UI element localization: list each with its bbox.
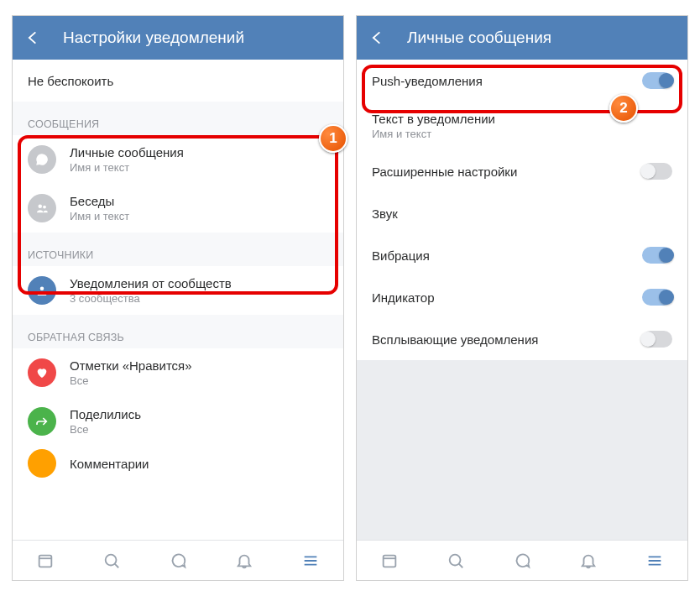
heart-icon [28, 358, 56, 387]
svg-rect-3 [39, 555, 52, 567]
section-feedback-label: ОБРАТНАЯ СВЯЗЬ [13, 315, 343, 348]
vibration-row[interactable]: Вибрация [357, 234, 687, 276]
push-label: Push-уведомления [372, 74, 642, 88]
community-icon [28, 276, 56, 305]
svg-point-4 [106, 554, 117, 565]
svg-point-6 [450, 554, 461, 565]
push-toggle[interactable] [642, 72, 672, 89]
sound-row[interactable]: Звук [357, 192, 687, 234]
do-not-disturb-label: Не беспокоить [28, 74, 328, 88]
section-sources-label: ИСТОЧНИКИ [13, 233, 343, 266]
likes-row[interactable]: Отметки «Нравится» Все [13, 348, 343, 397]
indicator-toggle[interactable] [642, 289, 672, 306]
nav-news-icon[interactable] [35, 551, 55, 571]
back-icon[interactable] [368, 29, 387, 47]
popup-row[interactable]: Всплывающие уведомления [357, 318, 687, 360]
svg-rect-5 [384, 555, 396, 567]
indicator-row[interactable]: Индикатор [357, 276, 687, 318]
shares-row[interactable]: Поделились Все [13, 397, 343, 446]
vibration-toggle[interactable] [642, 247, 672, 264]
nav-news-icon[interactable] [379, 551, 400, 571]
svg-point-2 [40, 287, 44, 291]
svg-point-0 [39, 205, 43, 209]
empty-area [357, 360, 687, 540]
shares-label: Поделились [70, 407, 328, 421]
popup-label: Всплывающие уведомления [372, 332, 642, 347]
comments-row[interactable]: Комментарии [13, 446, 343, 478]
step-badge-1: 1 [319, 124, 347, 153]
screen-notification-settings: Настройки уведомлений Не беспокоить СООБ… [12, 15, 344, 581]
sound-label: Звук [372, 207, 672, 221]
step-badge-2: 2 [609, 94, 638, 123]
vibration-label: Вибрация [372, 248, 642, 263]
likes-label: Отметки «Нравится» [70, 358, 328, 373]
header: Личные сообщения [357, 16, 687, 60]
share-icon [28, 407, 56, 436]
nav-menu-icon[interactable] [300, 551, 321, 571]
settings-list: Не беспокоить СООБЩЕНИЯ Личные сообщения… [13, 60, 343, 540]
shares-sub: Все [70, 423, 328, 436]
group-icon [28, 194, 56, 222]
screen-private-messages: Личные сообщения Push-уведомления Текст … [356, 15, 688, 581]
private-messages-label: Личные сообщения [70, 145, 328, 159]
comments-label: Комментарии [70, 457, 328, 471]
section-messages-label: СООБЩЕНИЯ [13, 102, 343, 135]
advanced-settings-row[interactable]: Расширенные настройки [357, 150, 687, 192]
comment-icon [28, 449, 56, 478]
nav-notifications-icon[interactable] [578, 551, 598, 571]
chats-sub: Имя и текст [70, 210, 328, 222]
do-not-disturb-row[interactable]: Не беспокоить [13, 60, 343, 102]
page-title: Личные сообщения [407, 29, 551, 47]
private-messages-sub: Имя и текст [70, 161, 328, 174]
nav-notifications-icon[interactable] [234, 551, 254, 571]
push-row[interactable]: Push-уведомления [357, 60, 687, 102]
likes-sub: Все [70, 374, 328, 387]
community-notifications-row[interactable]: Уведомления от сообществ 3 сообщества [13, 266, 343, 315]
text-in-notification-sub: Имя и текст [372, 128, 672, 140]
nav-menu-icon[interactable] [645, 551, 665, 571]
message-icon [28, 145, 56, 174]
advanced-settings-label: Расширенные настройки [372, 165, 642, 179]
nav-messages-icon[interactable] [512, 551, 532, 571]
bottom-nav [13, 540, 343, 580]
community-notifications-sub: 3 сообщества [70, 292, 328, 305]
bottom-nav [357, 540, 687, 580]
nav-search-icon[interactable] [446, 551, 466, 571]
page-title: Настройки уведомлений [63, 29, 244, 47]
chats-label: Беседы [70, 194, 328, 208]
header: Настройки уведомлений [13, 16, 343, 60]
private-messages-row[interactable]: Личные сообщения Имя и текст [13, 135, 343, 184]
svg-point-1 [43, 206, 46, 209]
nav-messages-icon[interactable] [168, 551, 188, 571]
advanced-toggle[interactable] [642, 163, 672, 180]
popup-toggle[interactable] [642, 331, 672, 348]
back-icon[interactable] [24, 29, 43, 47]
nav-search-icon[interactable] [102, 551, 122, 571]
chats-row[interactable]: Беседы Имя и текст [13, 184, 343, 233]
indicator-label: Индикатор [372, 290, 642, 305]
community-notifications-label: Уведомления от сообществ [70, 276, 328, 290]
settings-list: Push-уведомления Текст в уведомлении Имя… [357, 60, 687, 540]
